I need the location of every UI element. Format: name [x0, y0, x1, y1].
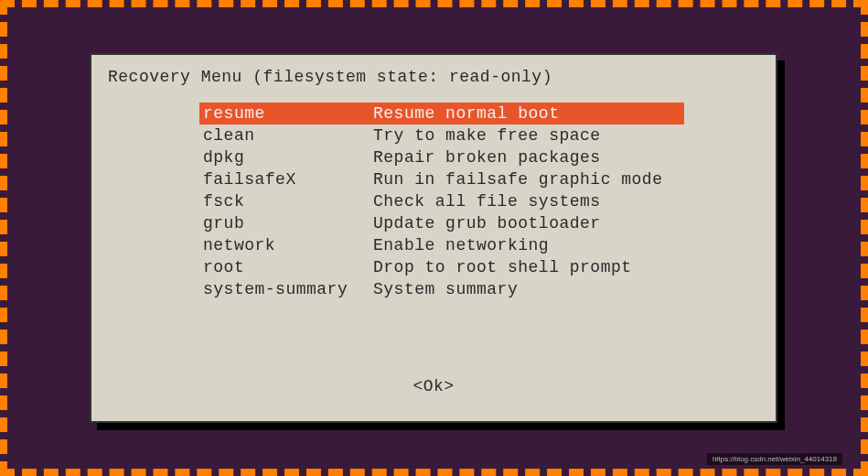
dialog-title: Recovery Menu (filesystem state: read-on… [108, 68, 759, 86]
menu-item-desc: Check all file systems [373, 190, 684, 212]
menu-item-key: fsck [199, 190, 373, 212]
menu-item-key: failsafeX [199, 168, 373, 190]
menu-item-desc: Update grub bootloader [373, 212, 684, 234]
menu-item-grub[interactable]: grub Update grub bootloader [199, 212, 684, 234]
menu-item-desc: Resume normal boot [373, 103, 684, 124]
menu-item-key: resume [199, 103, 373, 124]
recovery-menu-dialog: Recovery Menu (filesystem state: read-on… [90, 53, 777, 423]
menu-item-key: network [199, 234, 373, 256]
menu-item-desc: System summary [373, 278, 684, 300]
menu-item-key: system-summary [199, 278, 373, 300]
menu-item-network[interactable]: network Enable networking [199, 234, 684, 256]
menu-item-key: dpkg [199, 146, 373, 168]
menu-item-root[interactable]: root Drop to root shell prompt [199, 256, 684, 278]
menu-item-desc: Try to make free space [373, 124, 684, 146]
ok-button[interactable]: <Ok> [413, 377, 454, 395]
menu-item-failsafex[interactable]: failsafeX Run in failsafe graphic mode [199, 168, 684, 190]
menu-item-desc: Run in failsafe graphic mode [373, 168, 684, 190]
menu-item-fsck[interactable]: fsck Check all file systems [199, 190, 684, 212]
menu-item-key: root [199, 256, 373, 278]
menu-item-key: clean [199, 124, 373, 146]
watermark-text: https://blog.csdn.net/weixin_44014318 [707, 453, 842, 465]
menu-item-clean[interactable]: clean Try to make free space [199, 124, 684, 146]
menu-item-key: grub [199, 212, 373, 234]
menu-list: resume Resume normal boot clean Try to m… [199, 103, 684, 300]
menu-item-desc: Drop to root shell prompt [373, 256, 684, 278]
menu-item-system-summary[interactable]: system-summary System summary [199, 278, 684, 300]
menu-item-dpkg[interactable]: dpkg Repair broken packages [199, 146, 684, 168]
menu-item-desc: Repair broken packages [373, 146, 684, 168]
menu-item-resume[interactable]: resume Resume normal boot [199, 103, 684, 124]
menu-item-desc: Enable networking [373, 234, 684, 256]
